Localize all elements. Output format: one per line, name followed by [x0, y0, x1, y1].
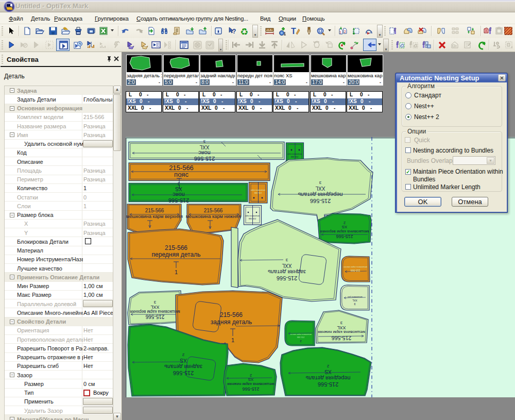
svg-text:215-566: 215-566: [351, 269, 360, 272]
svg-text:2: 2: [344, 30, 346, 33]
svg-text:2: 2: [327, 364, 329, 368]
svg-text:3: 3: [340, 321, 342, 325]
svg-text:3: 3: [203, 139, 205, 144]
svg-text:T: T: [291, 27, 296, 36]
svg-text:мешковина карм верхняя: мешковина карм верхняя: [126, 214, 183, 219]
svg-text:XS: XS: [175, 186, 182, 192]
svg-text:215-566: 215-566: [332, 335, 352, 341]
svg-text:XXL: XXL: [352, 299, 357, 302]
svg-text:?: ?: [232, 28, 236, 35]
svg-text:3: 3: [319, 180, 321, 185]
svg-text:мешковина карм нижняя: мешковина карм нижняя: [344, 266, 367, 268]
svg-text:215-566: 215-566: [242, 387, 259, 392]
svg-text:2: 2: [344, 221, 346, 225]
svg-text:2: 2: [182, 352, 184, 357]
svg-text:XS: XS: [342, 225, 348, 229]
svg-text:1: 1: [339, 30, 341, 34]
svg-text:передняя деталь: передняя деталь: [298, 192, 342, 198]
svg-text:XXL: XXL: [150, 305, 159, 310]
svg-text:мешковина карм: мешковина карм: [245, 215, 260, 217]
svg-text:215-566: 215-566: [254, 192, 262, 194]
svg-text:215-566: 215-566: [310, 198, 331, 204]
svg-text:215-566: 215-566: [173, 370, 194, 376]
svg-text:мешковина карм нижняя: мешковина карм нижняя: [290, 333, 311, 335]
svg-text:мешковина карм: мешковина карм: [250, 189, 265, 191]
svg-text:215-566: 215-566: [145, 314, 164, 320]
svg-text:передняя деталь: передняя деталь: [305, 375, 350, 381]
svg-text:215-566: 215-566: [290, 156, 298, 158]
svg-text:XS: XS: [324, 369, 332, 375]
svg-text:215-566: 215-566: [277, 275, 297, 281]
svg-text:XS: XS: [180, 358, 187, 363]
svg-text:XXL: XXL: [199, 144, 209, 150]
svg-text:пояс: пояс: [173, 192, 185, 198]
svg-text:задняя деталь: задняя деталь: [211, 318, 252, 326]
svg-text:XXL: XXL: [337, 325, 346, 330]
svg-text:1: 1: [175, 269, 178, 275]
svg-text:215-566: 215-566: [318, 381, 338, 388]
svg-text:передняя деталь: передняя деталь: [152, 251, 201, 258]
svg-text:215-566: 215-566: [220, 311, 243, 318]
svg-text:215-566: 215-566: [336, 234, 353, 239]
svg-text:3: 3: [153, 300, 156, 305]
svg-text:XS: XS: [248, 377, 254, 382]
svg-text:мешковина реб: мешковина реб: [347, 296, 363, 298]
svg-text:215-566: 215-566: [145, 208, 164, 213]
svg-text:пояс: пояс: [198, 150, 211, 156]
svg-text:мешковина карм нижняя: мешковина карм нижняя: [227, 382, 274, 387]
svg-text:мешковина карм нижняя: мешковина карм нижняя: [186, 214, 241, 219]
svg-text:задняя деталь: задняя деталь: [164, 364, 202, 370]
svg-text:2: 2: [177, 181, 180, 186]
svg-text:215-566: 215-566: [165, 244, 187, 251]
svg-text:215-566: 215-566: [204, 208, 223, 213]
svg-text:♻: ♻: [241, 27, 248, 37]
svg-text:215-566: 215-566: [248, 217, 256, 220]
svg-text:задняя деталь: задняя деталь: [268, 269, 306, 275]
svg-text:2: 2: [250, 374, 252, 377]
svg-text:мешковина карм верхняя: мешковина карм верхняя: [320, 229, 369, 234]
svg-text:мешковина карм: мешковина карм: [287, 153, 302, 155]
svg-text:3: 3: [285, 258, 288, 262]
svg-text:XXL: XXL: [282, 263, 291, 268]
svg-text:215-566: 215-566: [297, 336, 304, 339]
svg-text:XXL: XXL: [315, 186, 325, 191]
svg-text:1: 1: [231, 337, 234, 343]
svg-text:пояс: пояс: [174, 171, 188, 178]
